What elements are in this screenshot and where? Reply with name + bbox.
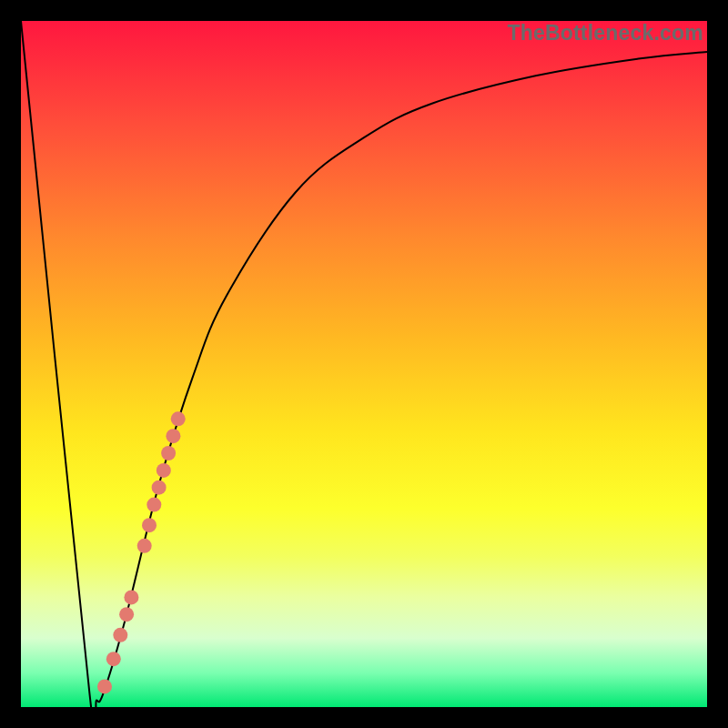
data-marker: [166, 429, 180, 443]
plot-area: TheBottleneck.com: [21, 21, 707, 707]
data-marker: [152, 480, 167, 495]
data-marker: [124, 590, 138, 604]
data-marker: [161, 446, 176, 460]
data-marker: [147, 498, 161, 512]
data-marker: [97, 679, 112, 693]
chart-frame: TheBottleneck.com: [0, 0, 728, 728]
data-marker: [113, 628, 127, 642]
bottleneck-curve: [21, 21, 707, 707]
data-marker: [137, 539, 152, 553]
data-marker: [106, 652, 121, 666]
data-marker: [171, 411, 186, 426]
data-marker: [142, 518, 157, 532]
data-marker: [119, 607, 134, 622]
data-marker: [157, 463, 171, 478]
